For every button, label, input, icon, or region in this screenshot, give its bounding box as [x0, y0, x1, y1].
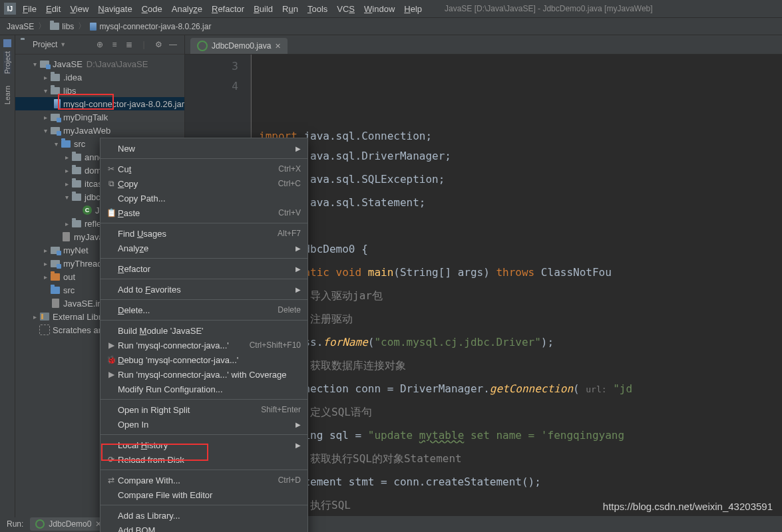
code-line[interactable]: import java.sql.DriverManager;	[259, 144, 782, 168]
menu-item-label: Add to Favorites	[118, 285, 295, 295]
expand-icon[interactable]: ▸	[41, 114, 50, 121]
menu-item-cut[interactable]: ✂CutCtrl+X	[100, 162, 307, 176]
expand-icon[interactable]: ▸	[41, 260, 50, 267]
menu-edit[interactable]: Edit	[46, 4, 61, 14]
menu-item-modify-run-configuration[interactable]: Modify Run Configuration...	[100, 382, 307, 396]
menu-item-run-mysql-connector-java-with-coverage[interactable]: ▶Run 'mysql-connector-java...' with Cove…	[100, 367, 307, 382]
menu-item-copy[interactable]: ⧉CopyCtrl+C	[100, 176, 307, 191]
expand-icon[interactable]: ▾	[41, 87, 50, 94]
tree-node-myjavaweb[interactable]: ▾myJavaWeb	[15, 124, 184, 137]
expand-icon[interactable]: ▾	[62, 194, 71, 201]
menu-item-debug-mysql-connector-java[interactable]: 🐞Debug 'mysql-connector-java...'	[100, 352, 307, 367]
code-line[interactable]: import java.sql.Connection;	[259, 124, 782, 144]
menu-item-build-module-javase[interactable]: Build Module 'JavaSE'	[100, 323, 307, 338]
breadcrumb-root[interactable]: JavaSE	[7, 22, 34, 31]
menu-item-compare-with[interactable]: ⇄Compare With...Ctrl+D	[100, 473, 307, 487]
menu-item-reload-from-disk[interactable]: ⟳Reload from Disk	[100, 452, 307, 467]
run-tab[interactable]: JdbcDemo0 ✕	[30, 517, 107, 531]
menu-view[interactable]: View	[70, 4, 89, 14]
menu-item-local-history[interactable]: Local History▶	[100, 438, 307, 452]
tree-node-javase[interactable]: ▾JavaSED:\Java\JavaSE	[15, 57, 184, 70]
menu-item-compare-file-with-editor[interactable]: Compare File with Editor	[100, 487, 307, 502]
code-line[interactable]: //1.导入驱动jar包	[259, 284, 782, 307]
expand-icon[interactable]: ▾	[30, 61, 39, 68]
dropdown-icon: ▼	[60, 41, 66, 48]
expand-icon[interactable]: ▸	[62, 220, 71, 227]
menu-file[interactable]: File	[23, 4, 37, 14]
code-line[interactable]: Class.forName("com.mysql.cj.jdbc.Driver"…	[259, 331, 782, 354]
menu-item-open-in[interactable]: Open In▶	[100, 417, 307, 432]
menu-help[interactable]: Help	[404, 4, 422, 14]
menu-separator	[100, 258, 307, 259]
locate-button[interactable]: ⊕	[94, 39, 106, 51]
expand-icon[interactable]: ▸	[41, 273, 50, 281]
tree-node-label: JavaSE	[53, 59, 83, 69]
code-line[interactable]: String sql = "update mytable set name = …	[259, 424, 782, 447]
code-line[interactable]: class JdbcDemo0 {	[259, 237, 782, 261]
expand-icon[interactable]: ▸	[30, 313, 39, 321]
project-tool-icon[interactable]	[3, 39, 11, 47]
menu-item-open-in-right-split[interactable]: Open in Right SplitShift+Enter	[100, 402, 307, 417]
tool-tab-learn[interactable]: Learn	[3, 86, 11, 104]
code-line[interactable]: java.sql.SQLException;	[259, 168, 782, 191]
menu-shortcut: Shift+Enter	[261, 405, 301, 414]
menu-window[interactable]: Window	[364, 4, 395, 14]
menu-item-refactor[interactable]: Refactor▶	[100, 261, 307, 276]
tree-node-mysql-connector-java-8-0-26-jar[interactable]: mysql-connector-java-8.0.26.jar	[15, 97, 184, 110]
expand-icon[interactable]: ▸	[62, 167, 71, 174]
breadcrumb-jar[interactable]: mysql-connector-java-8.0.26.jar	[99, 22, 211, 31]
menu-item-copy-path[interactable]: Copy Path...	[100, 191, 307, 205]
menu-item-run-mysql-connector-java[interactable]: ▶Run 'mysql-connector-java...'Ctrl+Shift…	[100, 338, 307, 352]
menu-item-add-to-favorites[interactable]: Add to Favorites▶	[100, 282, 307, 297]
menu-item-label: Modify Run Configuration...	[118, 384, 301, 394]
menu-shortcut: Delete	[278, 305, 301, 315]
menu-analyze[interactable]: Analyze	[172, 4, 202, 14]
breadcrumb-libs[interactable]: libs	[62, 22, 74, 31]
tree-node-path: D:\Java\JavaSE	[87, 59, 148, 69]
expand-icon[interactable]: ▸	[41, 247, 50, 254]
code-line[interactable]: Connection conn = DriverManager.getConne…	[259, 377, 782, 400]
menu-run[interactable]: Run	[282, 4, 298, 14]
menu-navigate[interactable]: Navigate	[98, 4, 132, 14]
context-menu[interactable]: New▶✂CutCtrl+X⧉CopyCtrl+CCopy Path...📋Pa…	[100, 138, 308, 532]
expand-all-button[interactable]: ≡	[108, 39, 120, 51]
expand-icon[interactable]: ▸	[62, 154, 71, 161]
source-code[interactable]: import java.sql.Connection;import java.s…	[251, 55, 782, 517]
menu-item-find-usages[interactable]: Find UsagesAlt+F7	[100, 226, 307, 241]
tree-node-mydingtalk[interactable]: ▸myDingTalk	[15, 110, 184, 124]
hide-button[interactable]: —	[167, 39, 179, 51]
menu-item-paste[interactable]: 📋PasteCtrl+V	[100, 205, 307, 220]
menu-item-analyze[interactable]: Analyze▶	[100, 241, 307, 255]
code-line[interactable]: java.sql.Statement;	[259, 191, 782, 214]
menu-item-new[interactable]: New▶	[100, 141, 307, 156]
menu-item-delete[interactable]: Delete...Delete	[100, 303, 307, 317]
tree-node--idea[interactable]: ▸.idea	[15, 70, 184, 84]
tool-tab-project[interactable]: Project	[3, 51, 11, 74]
tree-node-libs[interactable]: ▾libs	[15, 84, 184, 97]
menu-build[interactable]: Build	[254, 4, 273, 14]
code-line[interactable]: //2.注册驱动	[259, 307, 782, 331]
expand-icon[interactable]: ▸	[41, 74, 50, 81]
code-line[interactable]: //4.定义SQL语句	[259, 400, 782, 424]
code-line[interactable]: Statement stmt = conn.createStatement();	[259, 470, 782, 493]
divider-icon: |	[138, 39, 150, 51]
code-line[interactable]: //5.获取执行SQL的对象Statement	[259, 447, 782, 470]
menu-item-add-as-library[interactable]: Add as Library...	[100, 508, 307, 523]
menu-code[interactable]: Code	[142, 4, 162, 14]
code-line[interactable]	[259, 214, 782, 237]
sidebar-title[interactable]: Project ▼	[21, 40, 66, 49]
code-line[interactable]: blic static void main(String[] args) thr…	[259, 261, 782, 284]
close-tab-icon[interactable]: ✕	[275, 42, 281, 51]
expand-icon[interactable]: ▸	[62, 180, 71, 188]
ide-logo-icon: IJ	[4, 3, 16, 15]
expand-icon[interactable]: ▾	[51, 140, 61, 148]
menu-vcs[interactable]: VCS	[337, 4, 355, 14]
menu-item-add-bom[interactable]: Add BOM	[100, 523, 307, 532]
editor-tab-jdbcdemo0[interactable]: JdbcDemo0.java ✕	[190, 38, 288, 54]
menu-refactor[interactable]: Refactor	[212, 4, 244, 14]
collapse-all-button[interactable]: ≣	[123, 39, 135, 51]
menu-tools[interactable]: Tools	[307, 4, 327, 14]
expand-icon[interactable]: ▾	[41, 127, 50, 134]
code-line[interactable]: //3.获取数据库连接对象	[259, 354, 782, 377]
settings-button[interactable]: ⚙	[152, 39, 164, 51]
